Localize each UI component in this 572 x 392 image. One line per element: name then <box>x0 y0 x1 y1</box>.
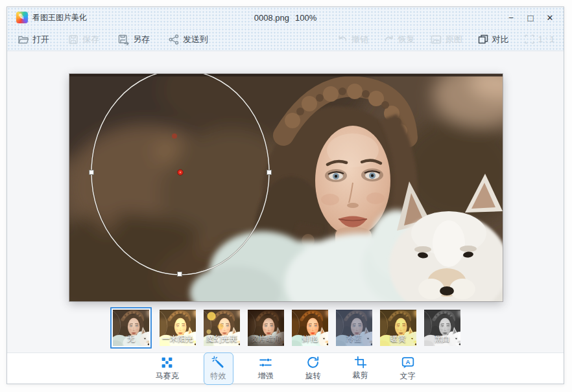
保存-button[interactable]: 保存 <box>67 34 99 45</box>
app-logo-icon: ✎ <box>16 12 28 23</box>
filter-label: 冷蓝 <box>336 334 372 345</box>
toolbar-button-label: 另存 <box>133 34 150 45</box>
filter-thumb-vivid[interactable]: 鲜艳 <box>292 310 328 346</box>
title-bar[interactable]: ✎ 看图王图片美化 0008.png 100% –□✕ <box>7 7 564 28</box>
恢复-button[interactable]: 恢复 <box>383 34 415 45</box>
nav-裁剪-button[interactable]: 裁剪 <box>346 352 375 384</box>
nav-增强-button[interactable]: 增强 <box>251 352 281 385</box>
nav-文字-button[interactable]: A文字 <box>393 352 423 385</box>
filter-thumb-warm[interactable]: 暖黄 <box>380 310 416 346</box>
filter-label: 暖黄 <box>380 334 416 345</box>
nav-马赛克-button[interactable]: 马赛克 <box>149 352 186 385</box>
发送到-button[interactable]: 发送到 <box>168 34 208 45</box>
original-image-icon <box>430 34 442 45</box>
nav-label: 增强 <box>258 371 274 382</box>
magic-wand-icon <box>211 356 225 369</box>
minimize-button[interactable]: – <box>501 9 521 26</box>
另存-button[interactable]: 另存 <box>117 34 150 45</box>
document-info: 0008.png 100% <box>254 13 316 23</box>
撤销-button[interactable]: 撤销 <box>337 34 368 45</box>
原图-button[interactable]: 原图 <box>430 34 462 45</box>
redo-icon <box>383 34 395 45</box>
compare-icon <box>477 34 489 45</box>
selection-overlay[interactable] <box>69 74 503 301</box>
filter-label: 胶片暗角 <box>248 334 284 345</box>
toolbar-button-label: 对比 <box>492 34 509 45</box>
save-as-icon <box>117 34 130 45</box>
nav-label: 特效 <box>211 371 226 382</box>
filter-strip: 无一米阳光魔幻光斑胶片暗角鲜艳冷蓝暖黄黑白 <box>7 305 564 351</box>
save-icon <box>67 34 79 45</box>
main-toolbar: 打开保存另存发送到 撤销恢复原图对比1 : 1 <box>7 28 564 51</box>
zoom-level: 100% <box>295 13 316 23</box>
rotate-icon <box>306 356 320 369</box>
nav-旋转-button[interactable]: 旋转 <box>298 352 328 385</box>
selection-handle[interactable] <box>267 170 272 175</box>
app-window: ✎ 看图王图片美化 0008.png 100% –□✕ 打开保存另存发送到 撤销… <box>6 6 564 384</box>
toolbar-button-label: 打开 <box>32 34 49 45</box>
filter-thumb-cool[interactable]: 冷蓝 <box>336 310 372 346</box>
photo-canvas[interactable] <box>69 74 503 301</box>
selection-handle[interactable] <box>178 272 182 277</box>
filter-label: 魔幻光斑 <box>204 334 240 345</box>
open-folder-icon <box>18 34 29 45</box>
app-title: 看图王图片美化 <box>32 12 87 23</box>
document-name: 0008.png <box>254 13 289 23</box>
editor-canvas: 无一米阳光魔幻光斑胶片暗角鲜艳冷蓝暖黄黑白 <box>7 51 564 352</box>
sliders-icon <box>259 356 272 369</box>
打开-button[interactable]: 打开 <box>18 34 49 45</box>
close-button[interactable]: ✕ <box>540 9 560 26</box>
one-to-one-icon <box>524 34 535 45</box>
nav-label: 文字 <box>400 371 416 382</box>
toolbar-button-label: 发送到 <box>183 34 208 45</box>
svg-text:A: A <box>405 358 410 365</box>
mosaic-icon <box>160 356 174 369</box>
nav-特效-button[interactable]: 特效 <box>204 352 233 385</box>
crop-icon <box>354 356 367 369</box>
text-bubble-icon: A <box>401 356 415 369</box>
nav-label: 旋转 <box>305 371 321 382</box>
toolbar-button-label: 撤销 <box>352 34 368 45</box>
filter-label: 鲜艳 <box>292 334 328 345</box>
filter-thumb-bw[interactable]: 黑白 <box>424 310 460 346</box>
selection-handle[interactable] <box>89 170 94 175</box>
undo-icon <box>337 34 348 45</box>
filter-label: 黑白 <box>424 334 460 345</box>
toolbar-button-label: 保存 <box>82 34 99 45</box>
maximize-button[interactable]: □ <box>521 9 540 26</box>
filter-thumb-none[interactable]: 无 <box>113 310 149 346</box>
1 : 1-button[interactable]: 1 : 1 <box>524 34 554 45</box>
filter-label: 一米阳光 <box>160 334 196 345</box>
filter-thumb-sunshine[interactable]: 一米阳光 <box>160 310 196 346</box>
send-to-icon <box>168 34 180 45</box>
desktop-background: ✎ 看图王图片美化 0008.png 100% –□✕ 打开保存另存发送到 撤销… <box>0 0 572 392</box>
selection-center-dot <box>180 172 181 173</box>
filter-thumb-bokeh[interactable]: 魔幻光斑 <box>204 310 240 346</box>
bottom-nav: 马赛克特效增强旋转裁剪A文字 <box>7 352 564 384</box>
toolbar-button-label: 1 : 1 <box>538 34 554 44</box>
对比-button[interactable]: 对比 <box>477 34 509 45</box>
toolbar-button-label: 恢复 <box>398 34 415 45</box>
nav-label: 裁剪 <box>353 370 368 381</box>
toolbar-button-label: 原图 <box>446 34 462 45</box>
nav-label: 马赛克 <box>156 371 179 382</box>
filter-thumb-vignette[interactable]: 胶片暗角 <box>248 310 284 346</box>
filter-label: 无 <box>113 334 149 345</box>
